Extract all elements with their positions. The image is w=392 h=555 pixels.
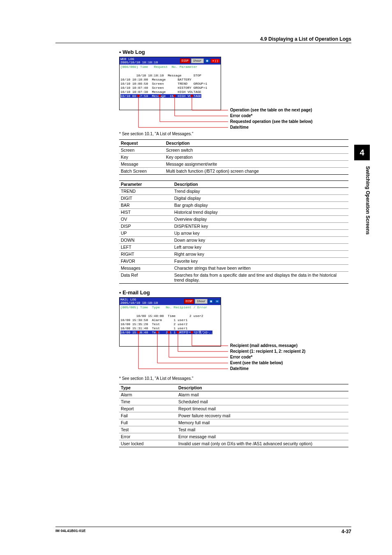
dot-operation (191, 95, 193, 97)
emaillog-row-text: 10/09 15:40:00 Time 2 user2 10/09 15:38:… (120, 314, 203, 330)
cell-value: Test mail (177, 426, 348, 433)
emaillog-column-header: (005/005) Time Type No. Recipient / Erro… (120, 305, 221, 310)
table-row: DIGITDigital display (119, 195, 348, 202)
table-row: OVOverview display (119, 216, 348, 223)
table-row: KeyKey operation (119, 154, 348, 161)
period-badge: 1hour (191, 58, 204, 63)
cell-value: Power failure recovery mail (177, 412, 348, 419)
cell-key: Messages (119, 265, 173, 272)
emaillog-row-selected: 10/09 15:30:40 Test 261 1 SMTPサーバが見つか.. (120, 331, 212, 334)
camera-icon: ◉ (208, 299, 214, 303)
callout-err: Error code* (230, 355, 252, 359)
table-row: User lockedInvalid user mail (only on DX… (119, 440, 348, 447)
cell-value: Report timeout mail (177, 405, 348, 412)
table-row: ReportReport timeout mail (119, 405, 348, 412)
cell-value: Bar graph display (173, 202, 348, 209)
table-row: TRENDTrend display (119, 188, 348, 195)
weblog-titlebar: WEB LOG 2005/10/10 10:10:10 DISP 1hour ◉… (120, 57, 221, 65)
table-row: ErrorError message mail (119, 433, 348, 440)
cell-key: UP (119, 230, 173, 237)
cell-key: HIST (119, 209, 173, 216)
cell-value: DISP/ENTER key (173, 223, 348, 230)
table-row: BARBar graph display (119, 202, 348, 209)
emaillog-heading: • E-mail Log (119, 289, 351, 296)
chapter-label: Switching Operation Screens (365, 166, 371, 235)
cell-value: Key operation (164, 154, 348, 161)
cell-key: Full (119, 419, 177, 426)
table-row: LEFTLeft arrow key (119, 244, 348, 251)
table-row: DISPDISP/ENTER key (119, 223, 348, 230)
cell-value: Memory full mail (177, 419, 348, 426)
cell-value: Multi batch function (/BT2 option) scree… (164, 168, 348, 175)
chapter-tab: 4 (354, 145, 370, 160)
cell-key: Alarm (119, 391, 177, 398)
emaillog-figure: MAIL LOG 2005/10/10 10:10:10 DISP 1hour … (119, 297, 349, 375)
type-table: Type Description AlarmAlarm mailTimeSche… (119, 384, 348, 447)
table-row: FAVORFavorite key (119, 258, 348, 265)
camera-icon: ◉ (205, 59, 210, 63)
manual-code: IM 04L41B01-01E (55, 529, 86, 534)
cell-value: Up arrow key (173, 230, 348, 237)
table-row: FailPower failure recovery mail (119, 412, 348, 419)
table-row: TimeScheduled mail (119, 398, 348, 405)
cell-key: Report (119, 405, 177, 412)
emaillog-title: MAIL LOG 2005/10/10 10:10:10 (120, 298, 158, 305)
table-row: Data RefSearches for data from a specifi… (119, 272, 348, 284)
type-col1: Type (119, 384, 177, 391)
cell-key: DISP (119, 223, 173, 230)
cell-value: Digital display (173, 195, 348, 202)
callout-request: Requested operation (see the table below… (230, 119, 313, 124)
dot-dt (137, 331, 140, 333)
disp-badge: DISP (180, 58, 190, 63)
parameter-table: Parameter Description TRENDTrend display… (119, 180, 348, 284)
cell-value: Message assignment/write (164, 161, 348, 168)
page-footer: IM 04L41B01-01E 4-37 (55, 527, 351, 534)
table-row: ScreenScreen switch (119, 147, 348, 154)
disp-badge: DISP (184, 299, 194, 304)
type-col2: Description (177, 384, 348, 391)
callout-recipient: Recipient (mail address, message) (230, 343, 297, 348)
cell-key: Data Ref (119, 272, 173, 284)
table-row: AlarmAlarm mail (119, 391, 348, 398)
weblog-heading: • Web Log (119, 49, 351, 55)
table-row: MessageMessage assignment/write (119, 161, 348, 168)
parameter-tbody: TRENDTrend displayDIGITDigital displayBA… (119, 188, 348, 284)
table-row: HISTHistorical trend display (119, 209, 348, 216)
cell-key: OV (119, 216, 173, 223)
cell-value: Searches for data from a specific date a… (173, 272, 348, 284)
type-tbody: AlarmAlarm mailTimeScheduled mailReportR… (119, 391, 348, 447)
table-row: DOWNDown arrow key (119, 237, 348, 244)
table-row: UPUp arrow key (119, 230, 348, 237)
emaillog-footnote: * See section 10.1, "A List of Messages.… (119, 376, 351, 381)
cell-key: DIGIT (119, 195, 173, 202)
cell-value: Overview display (173, 216, 348, 223)
dot-event (156, 331, 159, 333)
period-badge: 1hour (195, 299, 208, 304)
cell-key: Key (119, 154, 164, 161)
request-col1: Request (119, 140, 164, 147)
emaillog-titlebar: MAIL LOG 2005/10/10 10:10:10 DISP 1hour … (120, 298, 221, 305)
cell-value: Screen switch (164, 147, 348, 154)
cell-key: DOWN (119, 237, 173, 244)
cell-value: Error message mail (177, 433, 348, 440)
cell-key: Screen (119, 147, 164, 154)
weblog-row-text: 10/10 10:10:10 Message STOP 10/10 10:10:… (120, 74, 207, 94)
callout-errorcode: Error code* (230, 113, 252, 118)
weblog-rows: 10/10 10:10:10 Message STOP 10/10 10:10:… (120, 69, 221, 103)
table-row: MessagesCharacter strings that have been… (119, 265, 348, 272)
callout-recipient12: Recipient (1: recipient 1, 2: recipient … (230, 349, 305, 354)
table-row: FullMemory full mail (119, 419, 348, 426)
weblog-panel: WEB LOG 2005/10/10 10:10:10 DISP 1hour ◉… (119, 57, 221, 110)
emaillog-rows: 10/09 15:40:00 Time 2 user2 10/09 15:38:… (120, 310, 221, 339)
callout-datetime: Date/time (230, 125, 249, 130)
cell-key: FAVOR (119, 258, 173, 265)
weblog-footnote: * See section 10.1, "A List of Messages.… (119, 132, 351, 136)
cell-value: Historical trend display (173, 209, 348, 216)
request-table: Request Description ScreenScreen switchK… (119, 139, 348, 175)
callout-event: Event (see the table below) (230, 361, 283, 365)
cell-key: Batch Screen (119, 168, 164, 175)
callout-dt: Date/time (230, 366, 249, 371)
cell-key: Time (119, 398, 177, 405)
weblog-column-header: (008/008) Time Request No. Parameter (120, 65, 221, 69)
speaker-icon: •)) (211, 59, 220, 63)
